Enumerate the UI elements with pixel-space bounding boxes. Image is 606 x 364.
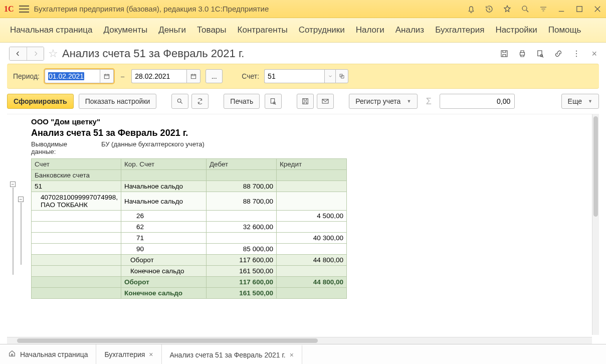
menu-item[interactable]: Документы <box>104 25 148 35</box>
svg-rect-10 <box>191 75 196 79</box>
svg-rect-9 <box>104 75 109 79</box>
svg-point-6 <box>576 51 577 52</box>
logo-1c: 1C <box>4 5 14 14</box>
page-close-icon[interactable]: × <box>591 49 597 59</box>
history-icon[interactable] <box>485 5 494 14</box>
maximize-icon[interactable] <box>575 5 584 14</box>
account-select <box>264 69 348 83</box>
tab-accounting[interactable]: Бухгалтерия × <box>96 344 161 364</box>
minimize-icon[interactable] <box>557 5 566 14</box>
table-row: Конечное сальдо161 500,00 <box>32 266 347 277</box>
filter-lines-icon[interactable] <box>539 5 548 14</box>
find-icon[interactable] <box>171 94 188 109</box>
nav-back-button[interactable] <box>10 47 27 60</box>
menu-item[interactable]: Настройки <box>495 25 537 35</box>
page-header: ☆ Анализ счета 51 за Февраль 2021 г. × <box>0 43 606 64</box>
register-button[interactable]: Регистр учета <box>349 94 418 109</box>
table-row: 264 500,00 <box>32 211 347 222</box>
titlebar: 1C Бухгалтерия предприятия (базовая), ре… <box>0 0 606 18</box>
col-header-debit: Дебет <box>206 159 276 170</box>
horizontal-scrollbar[interactable] <box>7 337 592 344</box>
nav-buttons <box>9 47 44 61</box>
tab-close-icon[interactable]: × <box>290 351 294 359</box>
report-title: Анализ счета 51 за Февраль 2021 г. <box>31 127 595 139</box>
bell-icon[interactable] <box>467 5 476 14</box>
save-icon[interactable] <box>499 49 509 59</box>
save-disk-icon[interactable] <box>297 94 314 109</box>
account-label: Счет: <box>242 72 259 80</box>
account-input[interactable] <box>264 69 324 83</box>
nav-forward-button[interactable] <box>27 47 44 60</box>
svg-rect-4 <box>538 51 542 56</box>
search-icon[interactable] <box>521 5 530 14</box>
date-to-input[interactable] <box>131 69 186 83</box>
main-menu: Начальная страница Документы Деньги Това… <box>0 18 606 43</box>
tab-label: Начальная страница <box>20 350 88 358</box>
vertical-scrollbar[interactable] <box>592 114 599 335</box>
menu-item[interactable]: Анализ <box>395 25 424 35</box>
titlebar-icons <box>467 5 602 14</box>
table-row: Оборот117 600,0044 800,00 <box>32 255 347 266</box>
menu-item[interactable]: Налоги <box>356 25 384 35</box>
more-vert-icon[interactable] <box>571 49 581 59</box>
page-header-icons: × <box>499 49 597 59</box>
favorite-star-icon[interactable]: ☆ <box>48 47 58 60</box>
print-preview-icon[interactable] <box>265 94 282 109</box>
col-header-cor: Кор. Счет <box>121 159 206 170</box>
col-header-credit: Кредит <box>276 159 346 170</box>
filter-bar: Период: 01.02.2021 – ... Счет: <box>7 64 599 89</box>
tree-gutter: − − <box>7 114 31 326</box>
menu-item[interactable]: Помощь <box>548 25 581 35</box>
svg-rect-1 <box>577 6 582 12</box>
account-open-icon[interactable] <box>335 69 348 83</box>
menu-item[interactable]: Бухгалтерия <box>435 25 484 35</box>
print-icon[interactable] <box>517 49 527 59</box>
date-dash: – <box>119 73 126 80</box>
report-org: ООО "Дом цветку" <box>31 116 595 127</box>
report-area: − − ООО "Дом цветку" Анализ счета 51 за … <box>7 114 599 344</box>
tab-close-icon[interactable]: × <box>149 350 153 358</box>
date-from-calendar-icon[interactable] <box>100 69 114 83</box>
menu-item[interactable]: Деньги <box>158 25 186 35</box>
svg-point-12 <box>178 99 181 102</box>
svg-point-8 <box>576 56 577 57</box>
hamburger-icon[interactable] <box>19 6 29 13</box>
date-from-input[interactable]: 01.02.2021 <box>45 69 100 83</box>
sigma-icon: Σ <box>423 96 435 107</box>
tab-label: Бухгалтерия <box>104 350 145 358</box>
date-to-calendar-icon[interactable] <box>186 69 200 83</box>
table-row: 7140 300,00 <box>32 233 347 244</box>
svg-point-0 <box>522 6 527 11</box>
col-header-account: Счет <box>32 159 121 170</box>
bank-accounts-subheader: Банковские счета <box>32 170 121 181</box>
report-meta-label: Выводимые данные: <box>31 140 81 155</box>
print-button[interactable]: Печать <box>224 94 260 109</box>
menu-item[interactable]: Начальная страница <box>10 25 93 35</box>
table-row: 6232 600,00 <box>32 222 347 233</box>
tree-lines <box>7 114 31 295</box>
menu-item[interactable]: Товары <box>197 25 226 35</box>
period-picker-button[interactable]: ... <box>206 69 223 83</box>
table-row: Конечное сальдо161 500,00 <box>32 288 347 299</box>
bottom-tabs: Начальная страница Бухгалтерия × Анализ … <box>0 344 606 364</box>
amount-field[interactable] <box>440 94 515 109</box>
svg-point-7 <box>576 53 577 54</box>
close-icon[interactable] <box>593 5 602 14</box>
more-button[interactable]: Еще <box>561 94 599 109</box>
star-icon[interactable] <box>503 5 512 14</box>
svg-rect-13 <box>271 99 275 103</box>
generate-button[interactable]: Сформировать <box>7 94 74 109</box>
refresh-icon[interactable] <box>191 94 209 109</box>
account-dropdown-icon[interactable] <box>324 69 335 83</box>
page-title: Анализ счета 51 за Февраль 2021 г. <box>62 47 244 60</box>
link-icon[interactable] <box>553 49 563 59</box>
menu-item[interactable]: Сотрудники <box>299 25 345 35</box>
preview-icon[interactable] <box>535 49 545 59</box>
email-icon[interactable] <box>317 94 334 109</box>
tab-report[interactable]: Анализ счета 51 за Февраль 2021 г. × <box>162 344 302 364</box>
menu-item[interactable]: Контрагенты <box>238 25 288 35</box>
tab-home[interactable]: Начальная страница <box>0 344 96 364</box>
app-title: Бухгалтерия предприятия (базовая), редак… <box>34 5 269 13</box>
home-icon <box>8 349 16 359</box>
show-settings-button[interactable]: Показать настройки <box>79 94 157 109</box>
